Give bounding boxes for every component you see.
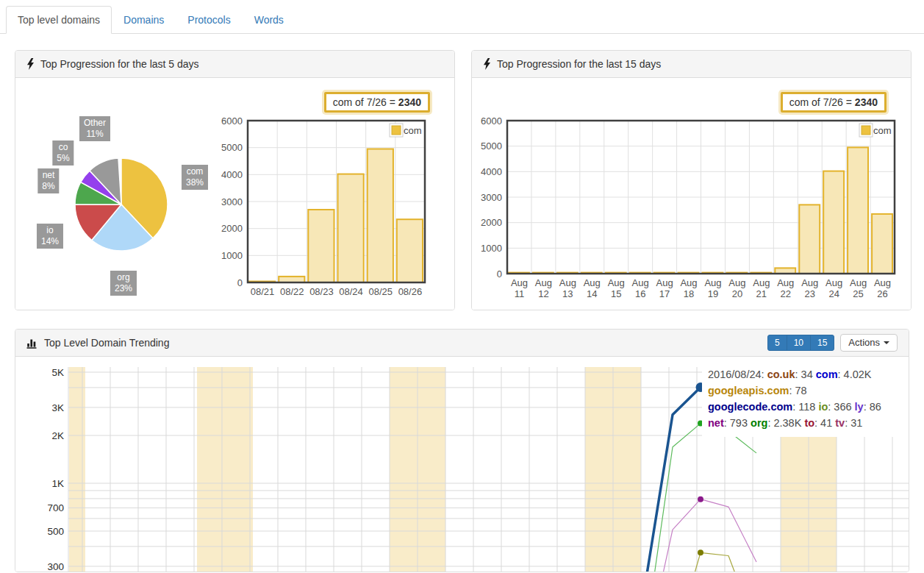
svg-text:2K: 2K — [51, 430, 64, 441]
pie-label-com: com38% — [182, 165, 208, 190]
tab-protocols: Protocols — [176, 6, 242, 34]
badge-prefix: com of 7/26 = — [789, 96, 855, 108]
svg-text:5K: 5K — [51, 367, 64, 378]
svg-text:1000: 1000 — [221, 250, 243, 261]
bar-chart-icon — [26, 337, 38, 349]
panel-title-text-trending: Top Level Domain Trending — [44, 337, 169, 349]
tab-bar: Top level domainsDomainsProtocolsWords — [0, 6, 924, 34]
svg-text:4000: 4000 — [481, 166, 502, 177]
tab-link-protocols[interactable]: Protocols — [176, 6, 242, 34]
panel-heading-5d: Top Progression for the last 5 days — [15, 51, 454, 78]
actions-dropdown-button[interactable]: Actions — [840, 334, 898, 352]
svg-text:08/22: 08/22 — [280, 286, 304, 297]
trend-tooltip-line: googleapis.com: 78 — [708, 382, 909, 399]
tab-words: Words — [243, 6, 296, 34]
svg-text:5000: 5000 — [481, 140, 502, 152]
svg-text:19: 19 — [708, 288, 718, 299]
badge-value: 2340 — [398, 96, 421, 108]
bar-08-23[interactable] — [308, 210, 334, 282]
panel-tld-trending: Top Level Domain Trending 51015 Actions … — [15, 329, 909, 572]
svg-text:1000: 1000 — [481, 243, 502, 254]
svg-text:16: 16 — [635, 288, 645, 299]
svg-text:Aug: Aug — [680, 277, 697, 288]
svg-text:2000: 2000 — [481, 217, 502, 228]
bar15-chart[interactable]: 0100020003000400050006000Aug11Aug12Aug13… — [472, 78, 911, 310]
trend-line-net[interactable] — [645, 499, 756, 572]
svg-text:Aug: Aug — [656, 277, 673, 288]
svg-text:3000: 3000 — [221, 196, 243, 207]
actions-label: Actions — [848, 337, 880, 349]
svg-text:13: 13 — [562, 288, 573, 299]
trend-tooltip-line: net: 793 org: 2.38K to: 41 tv: 31 — [708, 415, 909, 431]
svg-text:6000: 6000 — [221, 115, 243, 127]
svg-text:1K: 1K — [51, 478, 64, 489]
tab-link-top-level-domains[interactable]: Top level domains — [6, 6, 112, 34]
panel-progression-5d: Top Progression for the last 5 days com … — [15, 50, 455, 310]
svg-text:21: 21 — [756, 288, 767, 299]
dashboard-page: Top level domainsDomainsProtocolsWords T… — [0, 0, 924, 573]
svg-text:18: 18 — [684, 288, 694, 299]
svg-text:2000: 2000 — [221, 223, 243, 234]
svg-text:Aug: Aug — [632, 277, 649, 288]
svg-text:08/21: 08/21 — [251, 286, 275, 297]
tab-link-words[interactable]: Words — [243, 6, 296, 34]
svg-text:300: 300 — [47, 561, 64, 572]
top-panels-row: Top Progression for the last 5 days com … — [15, 50, 909, 310]
svg-text:23: 23 — [804, 288, 814, 299]
bar-08-24[interactable] — [338, 174, 364, 282]
trend-tooltip-line: 2016/08/24: co.uk: 34 com: 4.02K — [708, 366, 909, 382]
svg-text:14: 14 — [587, 288, 597, 299]
trend-hover-tooltip: 2016/08/24: co.uk: 34 com: 4.02Kgoogleap… — [702, 364, 909, 437]
svg-text:Aug: Aug — [511, 277, 528, 288]
svg-text:Aug: Aug — [535, 277, 552, 288]
pie-label-other: Other11% — [79, 116, 110, 141]
panel-title-text-15d: Top Progression for the last 15 days — [497, 58, 661, 70]
trend-tooltip-line: googlecode.com: 118 io: 366 ly: 86 — [708, 399, 909, 415]
bar-08-26[interactable] — [397, 219, 423, 282]
badge-value: 2340 — [855, 96, 878, 108]
bar-aug-24[interactable] — [823, 171, 844, 274]
bar-aug-26[interactable] — [872, 214, 892, 274]
svg-text:Aug: Aug — [753, 277, 770, 288]
bolt-icon — [26, 58, 35, 70]
range-button-5[interactable]: 5 — [767, 335, 787, 351]
svg-text:5000: 5000 — [221, 142, 243, 153]
range-button-10[interactable]: 10 — [787, 335, 811, 351]
svg-text:12: 12 — [538, 288, 548, 299]
trending-header-controls: 51015 Actions — [767, 334, 898, 352]
svg-text:25: 25 — [853, 288, 863, 299]
svg-text:Aug: Aug — [850, 277, 867, 288]
tab-top-level-domains: Top level domains — [6, 6, 112, 34]
svg-text:24: 24 — [828, 288, 839, 299]
tab-link-domains[interactable]: Domains — [112, 6, 176, 34]
svg-text:0: 0 — [237, 277, 243, 288]
range-button-15[interactable]: 15 — [810, 335, 834, 351]
bar5-chart[interactable]: 010002000300040005000600008/2108/2208/23… — [15, 78, 454, 310]
trend-marker-io[interactable] — [698, 549, 703, 555]
svg-text:22: 22 — [781, 288, 791, 299]
bar-aug-25[interactable] — [848, 147, 868, 274]
tab-domains: Domains — [112, 6, 176, 34]
svg-text:6000: 6000 — [481, 115, 502, 127]
trend-marker-net[interactable] — [698, 497, 703, 502]
trend-line-io[interactable] — [673, 552, 756, 572]
svg-text:4000: 4000 — [221, 169, 243, 180]
panel-body-trending: 5K3K2K1K7005003002016/08/24: co.uk: 34 c… — [15, 357, 909, 572]
hover-value-badge-15d: com of 7/26 = 2340 — [781, 92, 887, 113]
svg-text:3K: 3K — [51, 402, 64, 413]
pie-label-co: co5% — [52, 140, 74, 166]
bar-08-25[interactable] — [368, 149, 393, 283]
svg-text:08/26: 08/26 — [398, 286, 423, 297]
svg-text:08/25: 08/25 — [368, 286, 393, 297]
svg-text:0: 0 — [497, 268, 502, 280]
svg-text:26: 26 — [877, 288, 887, 299]
svg-text:Aug: Aug — [801, 277, 818, 288]
svg-text:20: 20 — [732, 288, 742, 299]
svg-text:700: 700 — [47, 502, 64, 513]
pie-label-io: io14% — [37, 224, 63, 249]
panel-title-trending: Top Level Domain Trending — [26, 337, 169, 349]
svg-text:08/24: 08/24 — [339, 286, 363, 297]
panel-body-15d: com of 7/26 = 2340 010002000300040005000… — [472, 78, 911, 310]
bar-aug-23[interactable] — [799, 204, 820, 274]
svg-text:500: 500 — [47, 526, 64, 537]
